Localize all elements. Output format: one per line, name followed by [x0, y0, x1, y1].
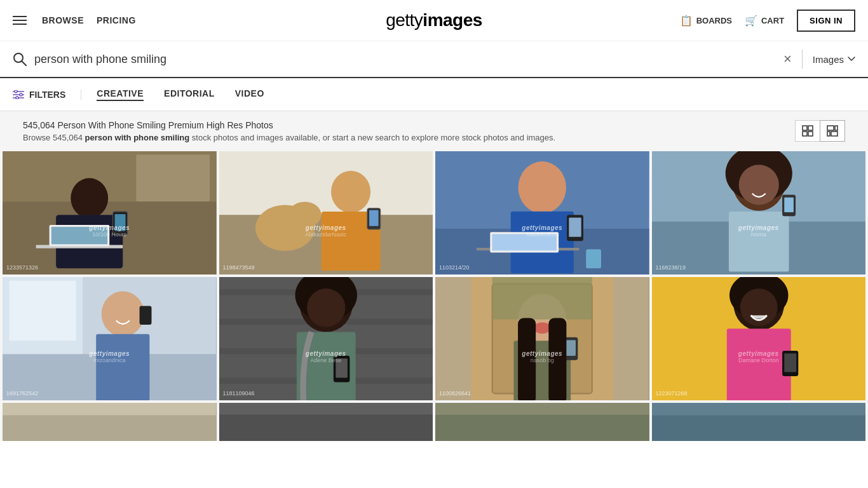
svg-rect-44 [492, 234, 557, 250]
svg-rect-94 [219, 414, 433, 441]
svg-point-69 [307, 288, 345, 327]
view-toggle [795, 120, 845, 142]
results-title: 545,064 Person With Phone Smiling Premiu… [23, 120, 555, 130]
svg-rect-26 [51, 227, 107, 244]
svg-point-6 [20, 93, 22, 96]
search-type-dropdown[interactable]: Images [813, 54, 855, 65]
svg-rect-80 [566, 340, 576, 356]
cart-link[interactable]: 🛒 CART [745, 15, 784, 27]
svg-rect-11 [808, 132, 813, 136]
svg-rect-45 [586, 249, 601, 268]
pricing-link[interactable]: PRICING [97, 15, 136, 25]
svg-point-33 [288, 201, 321, 227]
results-description: Browse 545,064 person with phone smiling… [23, 133, 555, 142]
svg-rect-90 [784, 353, 796, 372]
svg-rect-96 [435, 415, 649, 441]
image-cell[interactable] [435, 403, 649, 441]
grid-view-button[interactable] [795, 120, 820, 142]
hamburger-menu-icon[interactable] [13, 16, 27, 25]
svg-rect-58 [140, 306, 152, 324]
svg-rect-92 [3, 415, 217, 441]
header-right: 📋 BOARDS 🛒 CART SIGN IN [680, 10, 855, 32]
svg-rect-15 [831, 132, 837, 136]
svg-rect-51 [728, 212, 789, 272]
search-input[interactable] [34, 53, 783, 66]
filter-tab-creative[interactable]: CREATIVE [97, 88, 144, 101]
boards-icon: 📋 [680, 15, 693, 27]
results-header: 545,064 Person With Phone Smiling Premiu… [0, 111, 868, 149]
results-keyword: person with phone smiling [85, 133, 190, 142]
svg-point-20 [71, 178, 108, 218]
search-type-label: Images [813, 54, 844, 65]
image-cell[interactable]: gettyimages Maskendron 1103214/20 [435, 151, 649, 274]
header-left: BROWSE PRICING [13, 15, 136, 25]
svg-line-1 [22, 62, 27, 66]
search-divider [802, 50, 803, 69]
svg-rect-72 [336, 358, 348, 377]
image-grid: gettyimages 10/100 Hours 1233571326 [0, 149, 868, 441]
search-bar: × Images [0, 41, 868, 78]
browse-link[interactable]: BROWSE [42, 15, 84, 25]
image-cell[interactable]: gettyimages mizoandnica 1691762542 [3, 277, 217, 400]
svg-rect-10 [803, 132, 807, 136]
cart-icon: 🛒 [745, 15, 757, 27]
mosaic-view-button[interactable] [820, 120, 845, 142]
svg-rect-9 [808, 126, 813, 130]
svg-point-56 [102, 291, 144, 337]
svg-rect-12 [827, 126, 834, 130]
svg-rect-77 [492, 277, 592, 320]
image-cell[interactable]: gettyimages Damane Dorton 1223071268 [652, 277, 866, 400]
cart-label: CART [761, 16, 784, 25]
filter-tabs: CREATIVE EDITORIAL VIDEO [97, 88, 264, 101]
search-clear-icon[interactable]: × [783, 51, 792, 67]
image-cell[interactable] [652, 403, 866, 441]
header: BROWSE PRICING gettyimages 📋 BOARDS 🛒 CA… [0, 0, 868, 41]
image-cell[interactable]: gettyimages 10/100 Hours 1233571326 [3, 151, 217, 274]
filters-label: FILTERS [29, 90, 65, 100]
results-desc-suffix: stock photos and images available, or st… [189, 133, 555, 142]
svg-point-30 [331, 171, 370, 213]
svg-point-50 [738, 165, 778, 205]
image-cell[interactable]: gettyimages Noma 1168238/19 [652, 151, 866, 274]
filter-tab-editorial[interactable]: EDITORIAL [164, 88, 215, 101]
filters-bar: FILTERS CREATIVE EDITORIAL VIDEO [0, 78, 868, 111]
image-cell[interactable] [3, 403, 217, 441]
image-cell[interactable] [219, 403, 433, 441]
image-cell[interactable]: gettyimages nasob bg 1100826641 [435, 277, 649, 400]
svg-rect-88 [726, 329, 790, 400]
site-logo[interactable]: gettyimages [386, 10, 482, 30]
svg-point-5 [15, 90, 17, 93]
logo-text-bold: images [423, 10, 482, 30]
svg-rect-19 [136, 155, 210, 202]
results-info: 545,064 Person With Phone Smiling Premiu… [23, 120, 555, 142]
filter-tab-video[interactable]: VIDEO [235, 88, 264, 101]
svg-point-81 [534, 322, 551, 334]
search-icon [13, 52, 27, 66]
svg-rect-13 [835, 126, 837, 130]
sign-in-button[interactable]: SIGN IN [797, 10, 855, 32]
svg-rect-14 [827, 132, 830, 136]
svg-rect-53 [784, 198, 794, 212]
svg-rect-29 [219, 151, 433, 215]
svg-point-7 [16, 97, 18, 99]
logo-text-light: getty [386, 10, 423, 30]
svg-rect-8 [803, 126, 807, 130]
boards-link[interactable]: 📋 BOARDS [680, 15, 732, 27]
svg-rect-98 [652, 415, 866, 441]
svg-rect-57 [96, 334, 149, 400]
svg-rect-41 [569, 218, 581, 237]
header-nav: BROWSE PRICING [42, 15, 136, 25]
image-cell[interactable]: gettyimages Adene Bese 1181109046 [219, 277, 433, 400]
results-desc-prefix: Browse 545,064 [23, 133, 85, 142]
svg-rect-60 [10, 281, 76, 341]
filters-button[interactable]: FILTERS [13, 90, 81, 100]
image-cell[interactable]: gettyimages AlakazidarNasic 1198473549 [219, 151, 433, 274]
svg-rect-23 [115, 214, 126, 231]
svg-point-38 [519, 161, 566, 214]
svg-rect-35 [369, 210, 378, 226]
svg-rect-83 [548, 318, 566, 400]
svg-rect-82 [518, 318, 536, 400]
boards-label: BOARDS [696, 16, 732, 25]
